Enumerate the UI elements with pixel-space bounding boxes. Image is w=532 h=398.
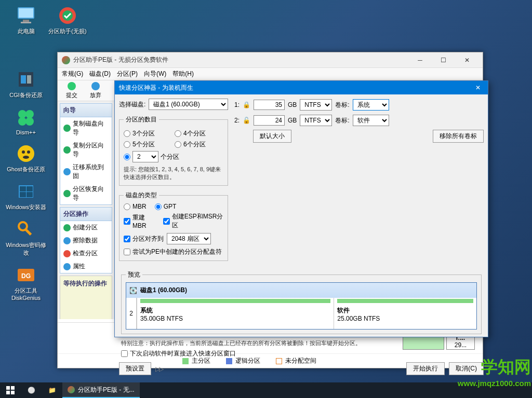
checkbox-input[interactable] [121, 350, 128, 357]
checkbox-input[interactable] [124, 218, 130, 225]
check-try-pe[interactable]: 尝试为PE中创建的分区分配盘符 [124, 248, 223, 256]
disk-select[interactable]: 磁盘1 (60.00GB) [149, 99, 228, 110]
radio-4-parts[interactable]: 4个分区 [175, 129, 223, 138]
fs-select-1[interactable]: NTFS [300, 99, 332, 111]
size-input-2[interactable] [254, 115, 285, 126]
check-rebuild-mbr[interactable]: 重建MBR [124, 213, 156, 229]
windows-icon [6, 386, 15, 394]
checkbox-input[interactable] [124, 236, 130, 242]
wizard-copy-disk[interactable]: 复制磁盘向导 [60, 117, 112, 139]
op-create[interactable]: 创建分区 [60, 221, 112, 234]
dialog-titlebar[interactable]: 快速分区神器 - 为装机而生 ✕ [115, 81, 488, 94]
menu-general[interactable]: 常规(G) [62, 70, 83, 78]
radio-gpt[interactable]: GPT [155, 203, 177, 210]
checkbox-input[interactable] [124, 249, 130, 255]
size-input-1[interactable] [254, 100, 285, 110]
radio-input[interactable] [124, 154, 130, 160]
preview-part-2[interactable]: 软件 25.00GB NTFS [334, 298, 476, 329]
op-check[interactable]: 检查分区 [60, 247, 112, 260]
menu-help[interactable]: 帮助(H) [172, 70, 194, 78]
preview-legend: 预览 [126, 270, 142, 279]
watermark-title: 学知网 [458, 356, 531, 379]
svg-rect-18 [20, 192, 26, 197]
op-wipe[interactable]: 擦除数据 [60, 234, 112, 247]
task-explorer[interactable]: 📁 [42, 382, 62, 398]
item-label: 迁移系统到固 [73, 163, 109, 181]
start-button[interactable] [0, 382, 21, 398]
menu-wizard[interactable]: 向导(W) [144, 70, 166, 78]
partition-row-1: 1: 🔒 GB NTFS 卷标: 系统 [234, 99, 484, 111]
fs-select-2[interactable]: NTFS [300, 115, 332, 126]
warning-text: 特别注意：执行此操作后，当前所选磁盘上已经存在的所有分区将被删除！按回车键开始分… [121, 339, 482, 347]
taskbar-active-app[interactable]: 分区助手PE版 - 无... [62, 382, 140, 398]
radio-input[interactable] [175, 141, 181, 148]
radio-5-parts[interactable]: 5个分区 [124, 140, 172, 149]
remove-labels-button[interactable]: 移除所有卷标 [433, 130, 484, 143]
disk-select-row: 选择磁盘: 磁盘1 (60.00GB) [119, 99, 228, 110]
radio-input[interactable] [175, 130, 181, 137]
partition-row-2: 2: 🔓 GB NTFS 卷标: 软件 [234, 114, 484, 127]
desktop-icon-dism[interactable]: Dism++ [5, 107, 47, 135]
desktop-icon-cgi[interactable]: CGI备份还原 [5, 69, 47, 99]
dialog-footer: 预设置 ▷▷ 开始执行 取消(C) [115, 358, 488, 379]
radio-input[interactable] [155, 203, 162, 210]
check-next-boot[interactable]: 下次启动软件时直接进入快速分区窗口 [121, 349, 482, 358]
recover-icon [63, 190, 71, 197]
unit-label: GB [288, 101, 297, 108]
maximize-button[interactable]: ☐ [432, 53, 455, 67]
checkbox-input[interactable] [163, 218, 170, 225]
cgi-icon [16, 69, 36, 90]
close-button[interactable]: ✕ [455, 53, 478, 67]
vollabel-select-2[interactable]: 软件 [353, 115, 389, 126]
pc-icon [16, 5, 36, 26]
titlebar[interactable]: 分区助手PE版 - 无损分区免费软件 ─ ☐ ✕ [58, 52, 483, 68]
preset-expand-icon[interactable]: ▷▷ [155, 365, 163, 373]
preset-button[interactable]: 预设置 [119, 362, 151, 375]
radio-label: 6个分区 [183, 140, 206, 149]
check-create-esp[interactable]: 创建ESP和MSR分区 [163, 212, 223, 230]
vollabel-select-1[interactable]: 系统 [353, 99, 389, 111]
dialog-title: 快速分区神器 - 为装机而生 [119, 84, 472, 92]
discard-button[interactable]: 放弃 [86, 81, 105, 100]
check-label: 分区对齐到 [132, 235, 164, 243]
check-label: 重建MBR [132, 213, 156, 229]
check-icon [63, 250, 71, 257]
custom-count-select[interactable]: 2 [132, 151, 158, 162]
radio-mbr[interactable]: MBR [124, 203, 147, 210]
default-size-button[interactable]: 默认大小 [253, 130, 291, 143]
unlock-icon[interactable]: 🔓 [243, 117, 250, 124]
create-icon [63, 224, 71, 231]
radio-input[interactable] [124, 130, 130, 137]
desktop-icon-ghost[interactable]: Ghost备份还原 [5, 143, 47, 173]
dialog-close-button[interactable]: ✕ [472, 82, 484, 93]
wizard-copy-partition[interactable]: 复制分区向导 [60, 139, 112, 161]
menu-disk[interactable]: 磁盘(D) [89, 70, 111, 78]
lock-icon[interactable]: 🔒 [243, 101, 250, 108]
item-label: 分区恢复向导 [73, 185, 109, 202]
check-align[interactable]: 分区对齐到 [124, 235, 164, 243]
radio-custom-parts[interactable]: 2 个分区 [124, 151, 223, 162]
preview-part-1[interactable]: 系统 35.00GB NTFS [137, 298, 334, 329]
svg-rect-16 [20, 186, 26, 191]
left-panel: 向导 复制磁盘向导 复制分区向导 迁移系统到固 分区恢复向导 分区操作 创建分区… [58, 101, 115, 319]
start-button[interactable]: 开始执行 [406, 362, 445, 375]
radio-3-parts[interactable]: 3个分区 [124, 129, 172, 138]
discard-label: 放弃 [90, 91, 101, 99]
desktop-icon-partassist[interactable]: 分区助手(无损) [47, 5, 88, 35]
radio-input[interactable] [124, 203, 130, 210]
align-select[interactable]: 2048 扇区 [167, 233, 211, 244]
desktop-icon-wininstall[interactable]: Windows安装器 [5, 181, 47, 211]
wizard-recover[interactable]: 分区恢复向导 [60, 183, 112, 204]
op-props[interactable]: 属性 [60, 260, 112, 273]
menu-partition[interactable]: 分区(P) [117, 70, 138, 78]
desktop-icon-winpass[interactable]: Windows密码修改 [5, 219, 47, 257]
radio-input[interactable] [124, 141, 130, 148]
ghost-icon [16, 143, 36, 164]
commit-button[interactable]: 提交 [62, 81, 82, 100]
task-search[interactable]: ⚪ [21, 382, 42, 398]
radio-6-parts[interactable]: 6个分区 [175, 140, 223, 149]
minimize-button[interactable]: ─ [408, 53, 432, 67]
wizard-migrate-os[interactable]: 迁移系统到固 [60, 161, 112, 183]
desktop-icon-this-pc[interactable]: 此电脑 [5, 5, 47, 35]
desktop-icon-diskgenius[interactable]: DG 分区工具DiskGenius [5, 265, 47, 301]
